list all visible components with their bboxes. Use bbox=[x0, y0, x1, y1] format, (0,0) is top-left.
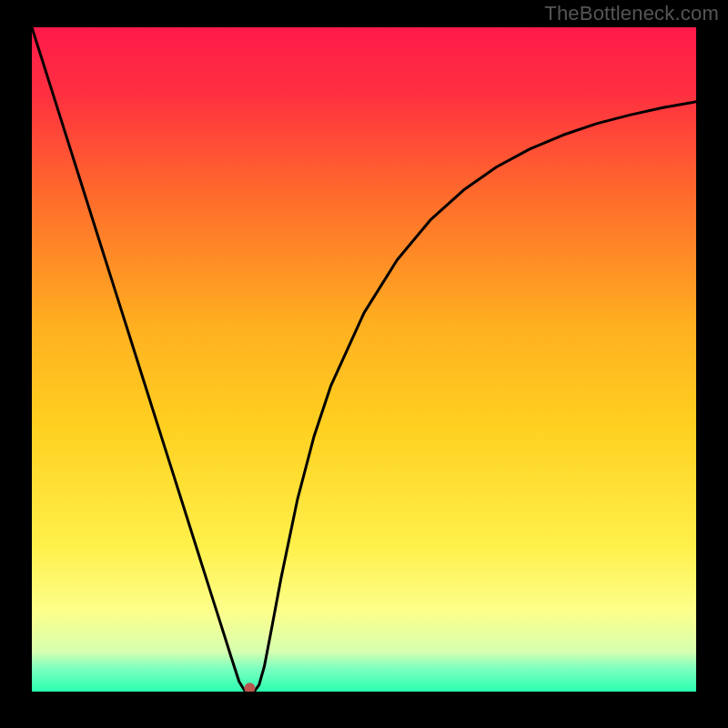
plot-background bbox=[32, 27, 696, 692]
plot-area bbox=[32, 27, 696, 692]
plot-svg bbox=[32, 27, 696, 692]
chart-container: TheBottleneck.com bbox=[0, 0, 728, 728]
watermark-text: TheBottleneck.com bbox=[544, 2, 719, 25]
